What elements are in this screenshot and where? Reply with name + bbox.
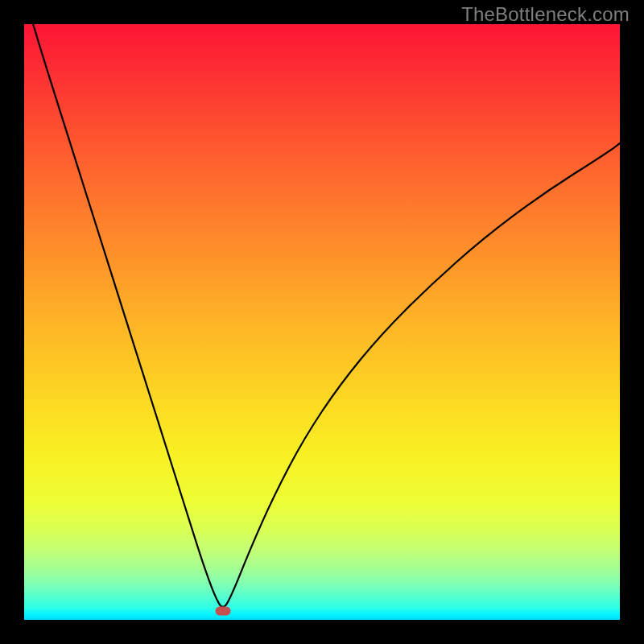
plot-area — [24, 24, 620, 620]
watermark-text: TheBottleneck.com — [461, 3, 630, 26]
bottleneck-curve-path — [24, 24, 620, 607]
bottleneck-curve — [24, 24, 620, 620]
chart-container: TheBottleneck.com — [0, 0, 644, 644]
minimum-marker — [216, 606, 231, 615]
